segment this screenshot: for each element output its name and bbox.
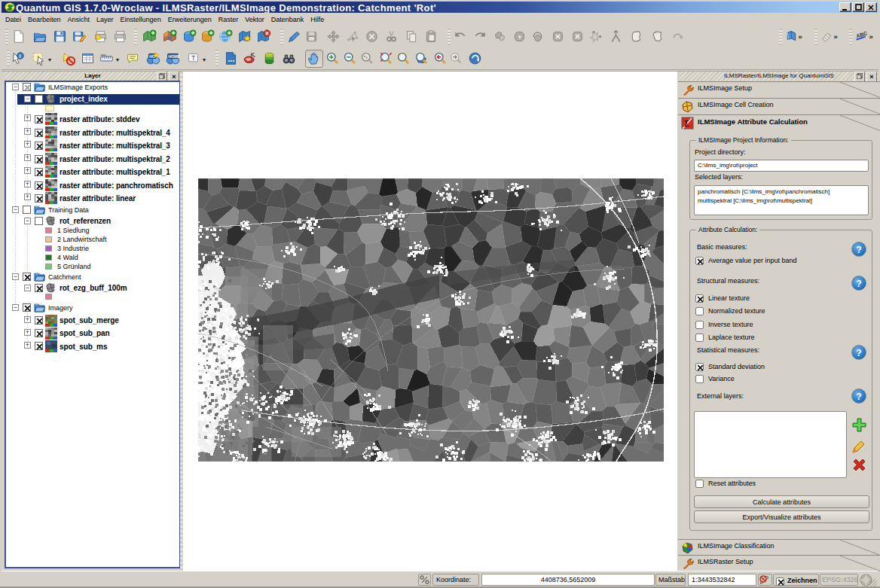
- svg-text:HOME: HOME: [168, 54, 180, 59]
- svg-text:Σ: Σ: [684, 119, 689, 128]
- svg-text:i: i: [20, 53, 21, 59]
- svg-text:»: »: [869, 32, 872, 41]
- svg-text:»: »: [798, 32, 802, 41]
- svg-text:T: T: [191, 54, 196, 62]
- svg-text:»: »: [833, 32, 837, 41]
